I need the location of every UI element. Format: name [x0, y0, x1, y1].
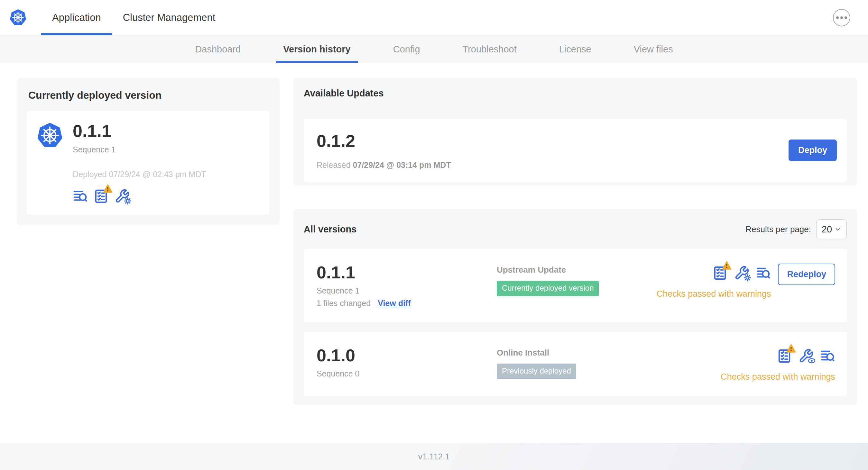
currently-deployed-card: Currently deployed version 0.1.1 Sequenc… [17, 78, 280, 225]
footer: v1.112.1 [0, 443, 868, 470]
subnav: Dashboard Version history Config Trouble… [0, 35, 868, 63]
edit-config-icon[interactable] [115, 189, 130, 204]
row-version-number: 0.1.1 [317, 264, 497, 281]
results-per-page-label: Results per page: [745, 224, 811, 234]
warning-icon [103, 184, 113, 193]
view-config-icon[interactable] [799, 348, 814, 364]
view-diff-link[interactable]: View diff [378, 299, 410, 308]
preflight-checks-icon[interactable] [777, 348, 792, 364]
console-version: v1.112.1 [418, 452, 450, 462]
redeploy-button[interactable]: Redeploy [778, 264, 835, 285]
app-logo [9, 0, 27, 35]
files-changed: 1 files changed [317, 299, 371, 308]
all-versions-title: All versions [304, 224, 356, 235]
tab-view-files[interactable]: View files [627, 35, 680, 63]
preflight-checks-icon[interactable] [713, 266, 728, 281]
row-version-number: 0.1.0 [317, 346, 497, 364]
released-timestamp: Released 07/29/24 @ 03:14 pm MDT [317, 160, 451, 170]
tab-troubleshoot[interactable]: Troubleshoot [456, 35, 524, 63]
tab-license[interactable]: License [552, 35, 598, 63]
status-badge: Currently deployed version [497, 281, 599, 296]
version-row: 0.1.0 Sequence 0 Online Install Previous… [304, 332, 847, 396]
eye-icon [808, 357, 816, 365]
kubernetes-logo [36, 122, 64, 149]
row-sequence: Sequence 0 [317, 369, 497, 378]
overflow-menu-button[interactable] [833, 9, 850, 26]
tab-application[interactable]: Application [41, 0, 112, 35]
ellipsis-icon [836, 16, 839, 19]
available-updates-title: Available Updates [304, 88, 847, 99]
top-nav: Application Cluster Management [0, 0, 868, 35]
checks-status: Checks passed with warnings [721, 372, 835, 382]
gear-icon [743, 274, 751, 282]
app-tabs: Application Cluster Management [41, 0, 226, 35]
version-row: 0.1.1 Sequence 1 1 files changed View di… [304, 249, 847, 322]
edit-config-icon[interactable] [734, 266, 749, 281]
version-source: Upstream Update [497, 265, 657, 275]
all-versions-card: All versions Results per page: 20 0.1.1 … [293, 209, 857, 405]
release-notes-icon[interactable] [756, 266, 771, 281]
version-source: Online Install [497, 348, 721, 358]
update-row: 0.1.2 Released 07/29/24 @ 03:14 pm MDT D… [304, 119, 847, 182]
checks-status: Checks passed with warnings [657, 289, 771, 299]
gear-icon [124, 197, 132, 205]
tab-cluster-management[interactable]: Cluster Management [112, 0, 226, 35]
tab-config[interactable]: Config [386, 35, 427, 63]
kubernetes-logo-icon [9, 9, 27, 27]
deploy-button[interactable]: Deploy [788, 139, 837, 161]
warning-icon [786, 344, 796, 352]
warning-icon [722, 261, 732, 270]
deployed-version-card: 0.1.1 Sequence 1 Deployed 07/29/24 @ 02:… [27, 111, 269, 215]
chevron-down-icon [834, 226, 841, 233]
preflight-checks-icon[interactable] [94, 189, 109, 204]
deployed-timestamp: Deployed 07/29/24 @ 02:43 pm MDT [73, 170, 206, 179]
status-badge: Previously deployed [497, 364, 576, 379]
deployed-version-number: 0.1.1 [73, 122, 206, 140]
row-sequence: Sequence 1 [317, 286, 497, 296]
deployed-icon-row [73, 189, 206, 204]
deployed-card-title: Currently deployed version [28, 89, 269, 101]
admin-console-page: Application Cluster Management Dashboard… [0, 0, 868, 470]
tab-version-history[interactable]: Version history [276, 35, 358, 63]
update-version-number: 0.1.2 [317, 131, 451, 151]
release-notes-icon[interactable] [73, 189, 88, 204]
tab-dashboard[interactable]: Dashboard [188, 35, 248, 63]
results-per-page-select[interactable]: 20 [816, 219, 847, 239]
main-content: Currently deployed version 0.1.1 Sequenc… [0, 63, 868, 405]
deployed-sequence: Sequence 1 [73, 145, 206, 154]
release-notes-icon[interactable] [820, 348, 835, 364]
available-updates-card: Available Updates 0.1.2 Released 07/29/2… [293, 78, 857, 186]
